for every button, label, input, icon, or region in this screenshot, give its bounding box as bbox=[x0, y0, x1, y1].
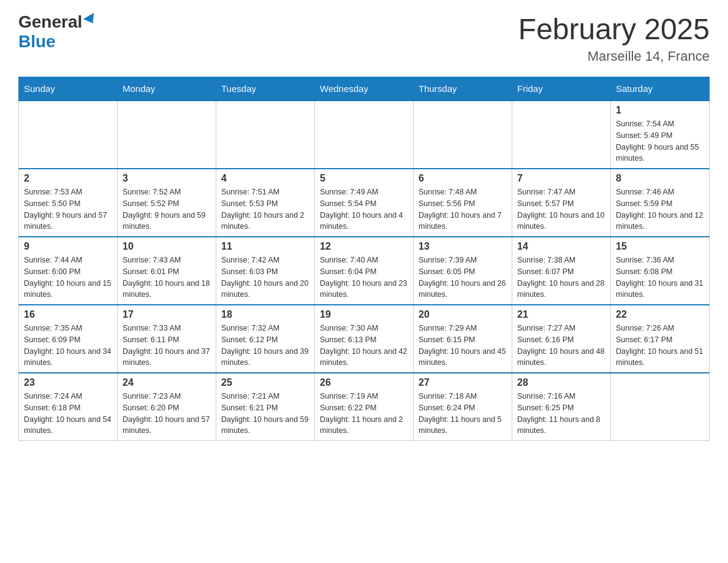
day-number: 11 bbox=[221, 241, 309, 252]
day-info: Sunrise: 7:16 AMSunset: 6:25 PMDaylight:… bbox=[517, 391, 605, 437]
weekday-header-tuesday: Tuesday bbox=[216, 77, 315, 101]
calendar-cell: 5Sunrise: 7:49 AMSunset: 5:54 PMDaylight… bbox=[315, 169, 414, 237]
day-info: Sunrise: 7:52 AMSunset: 5:52 PMDaylight:… bbox=[123, 186, 211, 232]
day-number: 16 bbox=[24, 309, 112, 320]
calendar-cell bbox=[315, 101, 414, 169]
calendar-cell: 10Sunrise: 7:43 AMSunset: 6:01 PMDayligh… bbox=[118, 237, 216, 305]
day-info: Sunrise: 7:53 AMSunset: 5:50 PMDaylight:… bbox=[24, 186, 112, 232]
day-number: 18 bbox=[221, 309, 309, 320]
calendar-cell: 9Sunrise: 7:44 AMSunset: 6:00 PMDaylight… bbox=[19, 237, 118, 305]
day-number: 24 bbox=[123, 377, 211, 388]
calendar-cell: 4Sunrise: 7:51 AMSunset: 5:53 PMDaylight… bbox=[216, 169, 315, 237]
day-number: 9 bbox=[24, 241, 112, 252]
calendar-header-row: SundayMondayTuesdayWednesdayThursdayFrid… bbox=[19, 77, 710, 101]
day-number: 7 bbox=[517, 173, 605, 184]
calendar-cell: 11Sunrise: 7:42 AMSunset: 6:03 PMDayligh… bbox=[216, 237, 315, 305]
week-row-5: 23Sunrise: 7:24 AMSunset: 6:18 PMDayligh… bbox=[19, 373, 710, 441]
calendar-cell: 26Sunrise: 7:19 AMSunset: 6:22 PMDayligh… bbox=[315, 373, 414, 441]
day-number: 10 bbox=[123, 241, 211, 252]
calendar-cell: 13Sunrise: 7:39 AMSunset: 6:05 PMDayligh… bbox=[414, 237, 512, 305]
day-number: 1 bbox=[616, 105, 704, 116]
weekday-header-thursday: Thursday bbox=[414, 77, 512, 101]
day-info: Sunrise: 7:21 AMSunset: 6:21 PMDaylight:… bbox=[221, 391, 309, 437]
calendar-cell: 18Sunrise: 7:32 AMSunset: 6:12 PMDayligh… bbox=[216, 305, 315, 373]
weekday-header-wednesday: Wednesday bbox=[315, 77, 414, 101]
day-info: Sunrise: 7:47 AMSunset: 5:57 PMDaylight:… bbox=[517, 186, 605, 232]
day-number: 27 bbox=[419, 377, 507, 388]
calendar-cell bbox=[216, 101, 315, 169]
day-info: Sunrise: 7:35 AMSunset: 6:09 PMDaylight:… bbox=[24, 323, 112, 369]
day-info: Sunrise: 7:38 AMSunset: 6:07 PMDaylight:… bbox=[517, 255, 605, 301]
week-row-4: 16Sunrise: 7:35 AMSunset: 6:09 PMDayligh… bbox=[19, 305, 710, 373]
calendar-cell: 3Sunrise: 7:52 AMSunset: 5:52 PMDaylight… bbox=[118, 169, 216, 237]
day-number: 20 bbox=[419, 309, 507, 320]
logo-general-text: General bbox=[18, 12, 82, 32]
day-number: 4 bbox=[221, 173, 309, 184]
calendar-cell: 14Sunrise: 7:38 AMSunset: 6:07 PMDayligh… bbox=[512, 237, 611, 305]
calendar-cell bbox=[414, 101, 512, 169]
logo-triangle-icon bbox=[83, 13, 98, 26]
day-number: 13 bbox=[419, 241, 507, 252]
week-row-1: 1Sunrise: 7:54 AMSunset: 5:49 PMDaylight… bbox=[19, 101, 710, 169]
day-number: 23 bbox=[24, 377, 112, 388]
day-number: 28 bbox=[517, 377, 605, 388]
calendar-cell: 28Sunrise: 7:16 AMSunset: 6:25 PMDayligh… bbox=[512, 373, 611, 441]
day-info: Sunrise: 7:46 AMSunset: 5:59 PMDaylight:… bbox=[616, 186, 704, 232]
week-row-2: 2Sunrise: 7:53 AMSunset: 5:50 PMDaylight… bbox=[19, 169, 710, 237]
calendar-cell: 22Sunrise: 7:26 AMSunset: 6:17 PMDayligh… bbox=[611, 305, 710, 373]
day-info: Sunrise: 7:43 AMSunset: 6:01 PMDaylight:… bbox=[123, 255, 211, 301]
calendar-cell: 2Sunrise: 7:53 AMSunset: 5:50 PMDaylight… bbox=[19, 169, 118, 237]
calendar-cell: 17Sunrise: 7:33 AMSunset: 6:11 PMDayligh… bbox=[118, 305, 216, 373]
day-number: 19 bbox=[320, 309, 408, 320]
calendar-cell bbox=[118, 101, 216, 169]
calendar-cell: 24Sunrise: 7:23 AMSunset: 6:20 PMDayligh… bbox=[118, 373, 216, 441]
calendar-cell bbox=[512, 101, 611, 169]
calendar-cell: 15Sunrise: 7:36 AMSunset: 6:08 PMDayligh… bbox=[611, 237, 710, 305]
day-info: Sunrise: 7:32 AMSunset: 6:12 PMDaylight:… bbox=[221, 323, 309, 369]
day-number: 15 bbox=[616, 241, 704, 252]
day-number: 8 bbox=[616, 173, 704, 184]
day-info: Sunrise: 7:26 AMSunset: 6:17 PMDaylight:… bbox=[616, 323, 704, 369]
day-number: 3 bbox=[123, 173, 211, 184]
day-number: 21 bbox=[517, 309, 605, 320]
day-number: 17 bbox=[123, 309, 211, 320]
calendar-cell: 1Sunrise: 7:54 AMSunset: 5:49 PMDaylight… bbox=[611, 101, 710, 169]
day-info: Sunrise: 7:19 AMSunset: 6:22 PMDaylight:… bbox=[320, 391, 408, 437]
logo-blue-text: Blue bbox=[18, 32, 56, 52]
calendar-cell: 16Sunrise: 7:35 AMSunset: 6:09 PMDayligh… bbox=[19, 305, 118, 373]
calendar-cell: 20Sunrise: 7:29 AMSunset: 6:15 PMDayligh… bbox=[414, 305, 512, 373]
calendar-cell: 25Sunrise: 7:21 AMSunset: 6:21 PMDayligh… bbox=[216, 373, 315, 441]
calendar-cell: 23Sunrise: 7:24 AMSunset: 6:18 PMDayligh… bbox=[19, 373, 118, 441]
weekday-header-sunday: Sunday bbox=[19, 77, 118, 101]
day-number: 14 bbox=[517, 241, 605, 252]
calendar-cell: 19Sunrise: 7:30 AMSunset: 6:13 PMDayligh… bbox=[315, 305, 414, 373]
day-info: Sunrise: 7:36 AMSunset: 6:08 PMDaylight:… bbox=[616, 255, 704, 301]
day-number: 2 bbox=[24, 173, 112, 184]
day-info: Sunrise: 7:39 AMSunset: 6:05 PMDaylight:… bbox=[419, 255, 507, 301]
day-info: Sunrise: 7:18 AMSunset: 6:24 PMDaylight:… bbox=[419, 391, 507, 437]
calendar-cell: 7Sunrise: 7:47 AMSunset: 5:57 PMDaylight… bbox=[512, 169, 611, 237]
month-title: February 2025 bbox=[518, 12, 710, 46]
day-info: Sunrise: 7:40 AMSunset: 6:04 PMDaylight:… bbox=[320, 255, 408, 301]
day-info: Sunrise: 7:54 AMSunset: 5:49 PMDaylight:… bbox=[616, 118, 704, 164]
calendar-cell: 12Sunrise: 7:40 AMSunset: 6:04 PMDayligh… bbox=[315, 237, 414, 305]
day-number: 22 bbox=[616, 309, 704, 320]
day-info: Sunrise: 7:49 AMSunset: 5:54 PMDaylight:… bbox=[320, 186, 408, 232]
day-info: Sunrise: 7:24 AMSunset: 6:18 PMDaylight:… bbox=[24, 391, 112, 437]
day-info: Sunrise: 7:23 AMSunset: 6:20 PMDaylight:… bbox=[123, 391, 211, 437]
day-number: 6 bbox=[419, 173, 507, 184]
day-number: 25 bbox=[221, 377, 309, 388]
weekday-header-friday: Friday bbox=[512, 77, 611, 101]
week-row-3: 9Sunrise: 7:44 AMSunset: 6:00 PMDaylight… bbox=[19, 237, 710, 305]
location-title: Marseille 14, France bbox=[518, 48, 710, 64]
calendar-cell: 6Sunrise: 7:48 AMSunset: 5:56 PMDaylight… bbox=[414, 169, 512, 237]
day-number: 26 bbox=[320, 377, 408, 388]
weekday-header-monday: Monday bbox=[118, 77, 216, 101]
day-info: Sunrise: 7:29 AMSunset: 6:15 PMDaylight:… bbox=[419, 323, 507, 369]
calendar-cell: 8Sunrise: 7:46 AMSunset: 5:59 PMDaylight… bbox=[611, 169, 710, 237]
day-info: Sunrise: 7:44 AMSunset: 6:00 PMDaylight:… bbox=[24, 255, 112, 301]
day-info: Sunrise: 7:30 AMSunset: 6:13 PMDaylight:… bbox=[320, 323, 408, 369]
calendar-table: SundayMondayTuesdayWednesdayThursdayFrid… bbox=[18, 77, 710, 441]
calendar-cell bbox=[19, 101, 118, 169]
calendar-cell bbox=[611, 373, 710, 441]
